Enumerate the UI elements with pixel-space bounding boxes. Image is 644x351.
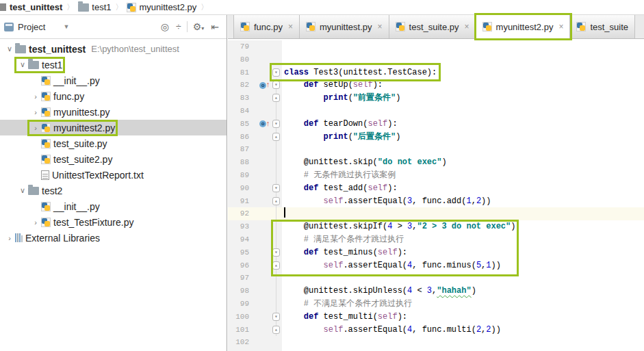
tree-expand-arrow[interactable]: › (30, 218, 41, 226)
fold-end-icon[interactable]: ▴ (272, 133, 280, 141)
code-line-79[interactable]: 79 (228, 40, 644, 53)
code-line-92[interactable]: 92 (228, 207, 644, 220)
fold-end-icon[interactable]: ▴ (272, 261, 280, 270)
code-text[interactable]: def tearDown(self): (282, 118, 644, 131)
code-text[interactable] (282, 105, 644, 118)
fold-collapse-icon[interactable]: ▾ (272, 313, 280, 321)
code-line-97[interactable]: 97 (228, 272, 644, 285)
code-line-96[interactable]: 96▴ self.assertEqual(4, func.minus(5,1)) (228, 259, 644, 272)
tree-item-External Libraries[interactable]: ›External Libraries (0, 230, 227, 246)
tree-item-test_TestFixture.py[interactable]: ›test_TestFixture.py (0, 214, 227, 230)
code-line-85[interactable]: 85o↑▾ def tearDown(self): (228, 118, 644, 131)
close-icon[interactable]: × (288, 22, 293, 31)
tree-expand-arrow[interactable]: ∨ (17, 60, 28, 69)
code-line-80[interactable]: 80 (228, 53, 644, 66)
code-text[interactable]: class Test3(unittest.TestCase): (282, 66, 644, 79)
code-text[interactable]: def test_multi(self): (282, 311, 644, 324)
code-line-91[interactable]: 91▴ self.assertEqual(3, func.add(1,2)) (228, 195, 644, 208)
code-line-93[interactable]: 93 @unittest.skipIf(4 > 3,"2 > 3 do not … (228, 220, 644, 233)
tree-item-__init__.py[interactable]: __init__.py (0, 73, 227, 88)
code-line-84[interactable]: 84 (228, 105, 644, 118)
tree-expand-arrow[interactable]: › (30, 92, 41, 101)
code-line-99[interactable]: 99 # 不满足某个条件才跳过执行 (228, 298, 644, 311)
code-line-101[interactable]: 101▴ self.assertEqual(4, func.multi(2,2)… (228, 324, 644, 337)
fold-end-icon[interactable]: ▴ (272, 326, 280, 334)
tree-item-UnittestTextReport.txt[interactable]: UnittestTextReport.txt (0, 167, 227, 183)
tree-expand-arrow[interactable]: ∨ (17, 186, 28, 195)
fold-collapse-icon[interactable]: ▾ (272, 68, 280, 77)
code-text[interactable] (282, 272, 644, 285)
tree-item-test2[interactable]: ∨test2 (0, 183, 227, 198)
code-text[interactable] (282, 207, 644, 220)
tree-item-test_unittest[interactable]: ∨test_unittestE:\python\test_unittest (0, 41, 227, 57)
tree-item-test_suite.py[interactable]: test_suite.py (0, 135, 227, 151)
code-line-89[interactable]: 89 # 无条件跳过执行该案例 (228, 169, 644, 182)
code-line-94[interactable]: 94 # 满足某个条件才跳过执行 (228, 233, 644, 246)
code-line-81[interactable]: 81▾class Test3(unittest.TestCase): (228, 66, 644, 79)
code-line-100[interactable]: 100▾ def test_multi(self): (228, 311, 644, 324)
code-text[interactable]: def setUp(self): (282, 79, 644, 92)
fold-collapse-icon[interactable]: ▾ (272, 248, 280, 257)
code-text[interactable]: # 不满足某个条件才跳过执行 (282, 298, 644, 311)
tab-test_suite.py[interactable]: test_suite.py× (389, 15, 476, 38)
code-line-90[interactable]: 90▾ def test_add(self): (228, 182, 644, 195)
tree-item-myunittest2.py[interactable]: ›myunittest2.py (0, 120, 227, 135)
collapse-all-icon[interactable]: ÷ (172, 22, 185, 31)
code-text[interactable]: def test_add(self): (282, 182, 644, 195)
close-icon[interactable]: × (378, 22, 383, 31)
tree-item-myunittest.py[interactable]: ›myunittest.py (0, 104, 227, 120)
code-line-88[interactable]: 88 @unittest.skip("do not exec") (228, 156, 644, 169)
code-text[interactable]: # 无条件跳过执行该案例 (282, 169, 644, 182)
code-text[interactable]: @unittest.skipUnless(4 < 3,"hahah") (282, 285, 644, 298)
code-line-82[interactable]: 82o↑▾ def setUp(self): (228, 79, 644, 92)
code-line-83[interactable]: 83▴ print("前置条件") (228, 92, 644, 105)
tab-myunittest2.py[interactable]: myunittest2.py× (476, 15, 571, 38)
code-line-87[interactable]: 87 (228, 143, 644, 156)
override-method-icon[interactable]: o↑ (259, 79, 270, 92)
tree-expand-arrow[interactable]: ∨ (4, 44, 15, 53)
fold-end-icon[interactable]: ▴ (272, 197, 280, 205)
gear-icon[interactable]: ⚙▾ (190, 22, 208, 31)
tree-item-test_suite2.py[interactable]: test_suite2.py (0, 151, 227, 167)
tree-item-func.py[interactable]: ›func.py (0, 88, 227, 104)
close-icon[interactable]: × (465, 22, 469, 31)
code-text[interactable] (282, 143, 644, 156)
tab-myunittest.py[interactable]: myunittest.py× (300, 15, 389, 38)
code-line-86[interactable]: 86▴ print("后置条件") (228, 131, 644, 144)
tab-func.py[interactable]: func.py× (233, 15, 300, 38)
code-text[interactable]: self.assertEqual(4, func.multi(2,2)) (282, 324, 644, 337)
breadcrumb-item-test_unittest[interactable]: test_unittest (8, 2, 64, 12)
code-text[interactable]: print("前置条件") (282, 92, 644, 105)
fold-collapse-icon[interactable]: ▾ (272, 184, 280, 192)
breadcrumb-item-test1[interactable]: test1 (77, 2, 112, 12)
code-text[interactable]: def test_minus(self): (282, 246, 644, 259)
code-text[interactable]: self.assertEqual(3, func.add(1,2)) (282, 195, 644, 208)
chevron-down-icon[interactable]: ▼ (63, 23, 69, 30)
tree-expand-arrow[interactable]: › (30, 124, 41, 132)
code-line-95[interactable]: 95▾ def test_minus(self): (228, 246, 644, 259)
code-text[interactable]: @unittest.skipIf(4 > 3,"2 > 3 do not exe… (282, 220, 644, 233)
tab-test_suite[interactable]: test_suite (570, 15, 635, 38)
close-icon[interactable]: × (558, 22, 563, 31)
fold-end-icon[interactable]: ▴ (272, 94, 280, 102)
code-line-98[interactable]: 98 @unittest.skipUnless(4 < 3,"hahah") (228, 285, 644, 298)
code-line-102[interactable]: 102 (228, 336, 644, 349)
fold-collapse-icon[interactable]: ▾ (272, 81, 280, 89)
code-text[interactable] (282, 336, 644, 349)
tree-item-test1[interactable]: ∨test1 (0, 57, 227, 73)
override-method-icon[interactable]: o↑ (259, 118, 270, 131)
code-editor[interactable]: 798081▾class Test3(unittest.TestCase):82… (228, 39, 644, 351)
code-text[interactable] (282, 53, 644, 66)
fold-collapse-icon[interactable]: ▾ (272, 120, 280, 128)
tree-expand-arrow[interactable]: › (4, 234, 15, 242)
code-text[interactable]: self.assertEqual(4, func.minus(5,1)) (282, 259, 644, 272)
code-text[interactable]: @unittest.skip("do not exec") (282, 156, 644, 169)
hide-panel-icon[interactable]: ⇤ (207, 22, 222, 31)
locate-icon[interactable]: ◎ (157, 22, 172, 31)
code-text[interactable] (282, 40, 644, 53)
code-text[interactable]: print("后置条件") (282, 131, 644, 144)
code-text[interactable]: # 满足某个条件才跳过执行 (282, 233, 644, 246)
tree-item-__init__.py[interactable]: __init__.py (0, 198, 227, 214)
tree-expand-arrow[interactable]: › (30, 108, 41, 116)
breadcrumb-item-myunittest2.py[interactable]: myunittest2.py (125, 2, 198, 12)
